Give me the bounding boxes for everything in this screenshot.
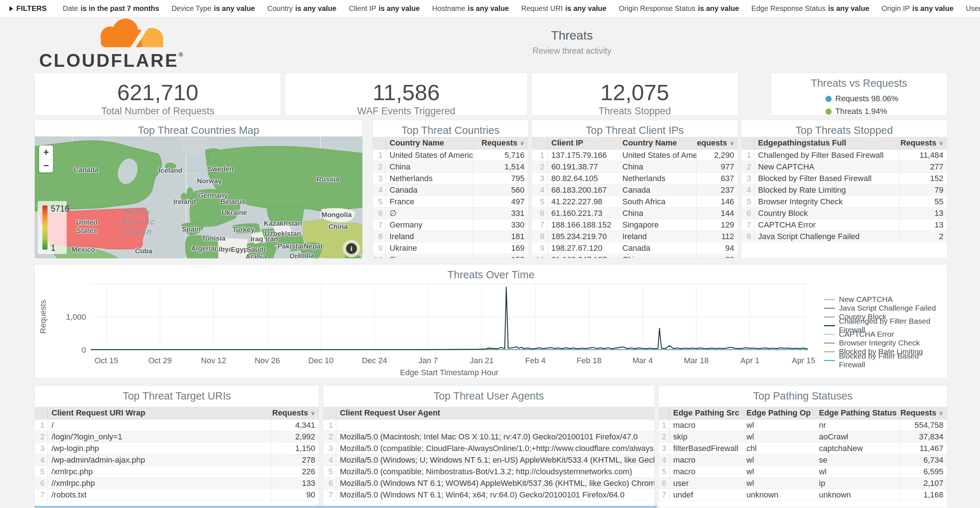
table-row[interactable]: 7188.166.188.152Singapore129 (532, 219, 738, 231)
table-row[interactable]: 9Ukraine169 (373, 242, 528, 254)
legend-label: Browser Integrity Check (839, 339, 920, 347)
table-row[interactable]: 5macrowlwl6,595 (659, 466, 947, 478)
table-row[interactable]: 1Challenged by Filter Based Firewall11,4… (741, 150, 947, 161)
column-header[interactable]: Edge Pathing Src (670, 407, 743, 419)
column-header[interactable]: Edge Pathing Status (815, 407, 900, 419)
table-row[interactable]: 5France497 (373, 196, 528, 207)
world-map[interactable]: + − 5716 1 i CanadaUnitedStatesMexicoCub… (35, 137, 362, 258)
table-row[interactable]: 3Mozilla/5.0 (compatible; CloudFlare-Alw… (323, 443, 654, 454)
table-row[interactable]: 2skipwlaoCrawl37,834 (659, 431, 947, 443)
filter-item[interactable]: Dateis in the past 7 months (63, 4, 159, 13)
column-header[interactable]: Edge Pathing Op (743, 407, 815, 419)
filter-item[interactable]: Edge Response Statusis any value (751, 4, 869, 13)
row-index: 5 (532, 196, 548, 207)
index-column-header (741, 137, 754, 149)
filter-item[interactable]: Client IPis any value (348, 4, 420, 13)
table-row[interactable]: 260.191.38.77China977 (532, 161, 738, 173)
column-header[interactable]: Requests∨ (696, 137, 738, 149)
chart-legend-item[interactable]: New CAPTCHA (824, 296, 947, 303)
chart-legend-item[interactable]: Challenged by Filter Based Firewall (824, 322, 947, 329)
filter-item[interactable]: User Agentis any value (966, 4, 980, 13)
table-row[interactable]: 541.222.227.98South Africa146 (532, 196, 738, 207)
column-header[interactable]: Requests∨ (899, 137, 947, 149)
pie-legend-item[interactable]: Requests 98.06% (826, 94, 898, 104)
table-row[interactable]: 6Country Block13 (741, 207, 947, 219)
top-threat-target-uris-title: Top Threat Target URIs (35, 390, 319, 402)
table-row[interactable]: 4Blocked by Rate Limiting79 (741, 184, 947, 196)
chart-legend-item[interactable]: Blocked by Filter Based Firewall (824, 357, 947, 364)
column-header[interactable]: Country Name (619, 137, 696, 149)
table-row[interactable]: 7Germany330 (373, 219, 528, 231)
table-cell: wl (743, 454, 815, 465)
table-row[interactable]: 6userwlip2,107 (659, 478, 947, 489)
filter-item[interactable]: Origin IPis any value (882, 4, 953, 13)
table-row[interactable]: 1United States of America5,716 (373, 150, 528, 161)
table-row[interactable]: 3Blocked by Filter Based Firewall152 (741, 173, 947, 184)
table-row[interactable]: 661.160.221.73China144 (532, 207, 738, 219)
table-row[interactable]: 8Ireland181 (373, 231, 528, 242)
table-row[interactable]: 2New CAPTCHA277 (741, 161, 947, 173)
table-row[interactable]: 6∅331 (373, 207, 528, 219)
filters-toggle[interactable]: FILTERS (10, 4, 47, 13)
filter-item[interactable]: Countryis any value (267, 4, 336, 13)
chart-legend-item[interactable]: CAPTCHA Error (824, 331, 947, 338)
table-cell: 1,168 (900, 489, 947, 500)
table-row[interactable]: 4macrowlse6,734 (659, 454, 947, 466)
table-row[interactable]: 7Mozilla/5.0 (Windows NT 6.1; Win64; x64… (323, 489, 654, 501)
column-header[interactable]: Client Request User Agent (336, 407, 654, 419)
table-row[interactable]: 2Mozilla/5.0 (Macintosh; Intel Mac OS X … (323, 431, 654, 443)
table-row[interactable]: 7CAPTCHA Error13 (741, 219, 947, 231)
table-row[interactable]: 1137.175.79.166United States of America2… (532, 150, 738, 161)
legend-line-swatch (824, 342, 835, 344)
table-row[interactable]: 3filterBasedFirewallchlcaptchaNew11,467 (659, 443, 947, 454)
table-row[interactable]: 2China1,514 (373, 161, 528, 173)
filter-item[interactable]: Origin Response Statusis any value (619, 4, 739, 13)
table-row[interactable]: 1macrowlnr554,758 (659, 419, 947, 431)
table-row[interactable]: 2/login/?login_only=12,992 (35, 431, 319, 443)
pie-legend-item[interactable]: Threats 1.94% (826, 107, 898, 116)
filter-item[interactable]: Hostnameis any value (432, 4, 509, 13)
table-row[interactable]: 1061.160.247.127China89 (532, 254, 738, 258)
map-zoom-control: + − (39, 145, 53, 172)
filter-item[interactable]: Device Typeis any value (172, 4, 255, 13)
filter-field-label: Country (267, 4, 293, 12)
table-row[interactable]: 380.82.64.105Netherlands637 (532, 173, 738, 184)
table-cell: 112 (696, 231, 738, 242)
table-row[interactable]: 10Singapore158 (373, 254, 528, 258)
table-row[interactable]: 4Mozilla/5.0 (Windows; U; Windows NT 5.1… (323, 454, 654, 466)
table-row[interactable]: 7/robots.txt90 (35, 489, 319, 501)
table-row[interactable]: 9198.27.67.120Canada94 (532, 242, 738, 254)
column-header[interactable]: Requests∨ (473, 137, 528, 149)
column-header[interactable]: Client IP (548, 137, 619, 149)
column-header[interactable]: Requests∨ (272, 407, 319, 419)
chart-legend-item[interactable]: Browser Integrity Check (824, 339, 947, 347)
table-row[interactable]: 6Mozilla/5.0 (Windows NT 6.1; WOW64) App… (323, 478, 654, 489)
column-header[interactable]: Client Request URI Wrap (48, 407, 272, 419)
bottom-scroll-accent[interactable] (35, 506, 657, 508)
top-threat-countries-table: Country NameRequests∨1United States of A… (373, 137, 528, 258)
map-zoom-in-button[interactable]: + (39, 145, 53, 159)
table-row[interactable]: 8Java Script Challenge Failed2 (741, 231, 947, 242)
table-row[interactable]: 1 (323, 419, 654, 431)
table-row[interactable]: 5Mozilla/5.0 (compatible; Nimbostratus-B… (323, 466, 654, 478)
filter-item[interactable]: Request URIis any value (521, 4, 606, 13)
table-row[interactable]: 3/wp-login.php1,150 (35, 443, 319, 454)
table-row[interactable]: 4Canada560 (373, 184, 528, 196)
table-row[interactable]: 4/wp-admin/admin-ajax.php278 (35, 454, 319, 466)
column-header[interactable]: Country Name (386, 137, 473, 149)
table-row[interactable]: 5/xmlrpc.php226 (35, 466, 319, 478)
table-row[interactable]: 468.183.200.167Canada237 (532, 184, 738, 196)
table-row[interactable]: 8185.234.219.70Ireland112 (532, 231, 738, 242)
column-header-label: Client IP (551, 138, 583, 148)
map-zoom-out-button[interactable]: − (39, 159, 53, 173)
chart-legend-item[interactable]: Java Script Challenge Failed (824, 304, 947, 312)
column-header[interactable]: Requests∨ (900, 407, 947, 419)
table-row[interactable]: 7undefunknownunknown1,168 (659, 489, 947, 501)
table-row[interactable]: 5Browser Integrity Check55 (741, 196, 947, 207)
table-row[interactable]: 1/4,341 (35, 419, 319, 431)
table-cell: Browser Integrity Check (754, 196, 899, 207)
map-info-button[interactable]: i (343, 240, 360, 257)
table-row[interactable]: 6//xmlrpc.php133 (35, 478, 319, 489)
column-header[interactable]: Edgepathingstatus Full (754, 137, 899, 149)
table-row[interactable]: 3Netherlands795 (373, 173, 528, 184)
